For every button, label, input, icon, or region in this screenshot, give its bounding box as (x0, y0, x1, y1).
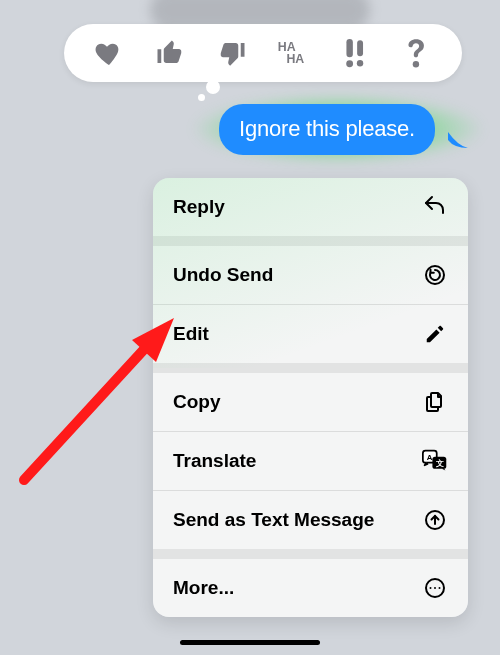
svg-text:A: A (427, 453, 433, 462)
svg-point-7 (426, 266, 444, 284)
svg-point-3 (347, 60, 354, 67)
context-menu: Reply Undo Send Edit Copy Translate A文 S… (153, 178, 468, 617)
svg-rect-2 (347, 39, 353, 57)
menu-label-reply: Reply (173, 196, 225, 218)
menu-item-translate[interactable]: Translate A文 (153, 432, 468, 490)
menu-label-send-as-text: Send as Text Message (173, 509, 374, 531)
menu-item-send-as-text[interactable]: Send as Text Message (153, 491, 468, 549)
svg-point-6 (413, 61, 419, 67)
edit-icon (422, 321, 448, 347)
undo-send-icon (422, 262, 448, 288)
svg-point-15 (434, 587, 436, 589)
question-icon[interactable] (393, 29, 441, 77)
menu-label-copy: Copy (173, 391, 221, 413)
translate-icon: A文 (422, 448, 448, 474)
svg-point-14 (430, 587, 432, 589)
svg-line-17 (24, 332, 160, 480)
heart-icon[interactable] (85, 29, 133, 77)
svg-text:文: 文 (435, 459, 444, 468)
menu-label-undo-send: Undo Send (173, 264, 273, 286)
menu-item-undo-send[interactable]: Undo Send (153, 246, 468, 304)
menu-item-more[interactable]: More... (153, 559, 468, 617)
exclaim-icon[interactable] (331, 29, 379, 77)
menu-label-more: More... (173, 577, 234, 599)
tapback-bar: HAHA (64, 24, 462, 82)
menu-label-translate: Translate (173, 450, 256, 472)
svg-point-5 (357, 60, 363, 66)
thumbs-down-icon[interactable] (208, 29, 256, 77)
send-as-text-icon (422, 507, 448, 533)
home-indicator[interactable] (180, 640, 320, 645)
menu-item-reply[interactable]: Reply (153, 178, 468, 236)
menu-item-copy[interactable]: Copy (153, 373, 468, 431)
svg-text:HA: HA (286, 52, 304, 66)
menu-item-edit[interactable]: Edit (153, 305, 468, 363)
message-text: Ignore this please. (239, 116, 415, 141)
svg-point-16 (439, 587, 441, 589)
copy-icon (422, 389, 448, 415)
more-icon (422, 575, 448, 601)
message-bubble[interactable]: Ignore this please. (219, 104, 435, 155)
haha-icon[interactable]: HAHA (270, 29, 318, 77)
menu-label-edit: Edit (173, 323, 209, 345)
svg-rect-4 (358, 40, 364, 56)
reply-icon (422, 194, 448, 220)
thumbs-up-icon[interactable] (146, 29, 194, 77)
